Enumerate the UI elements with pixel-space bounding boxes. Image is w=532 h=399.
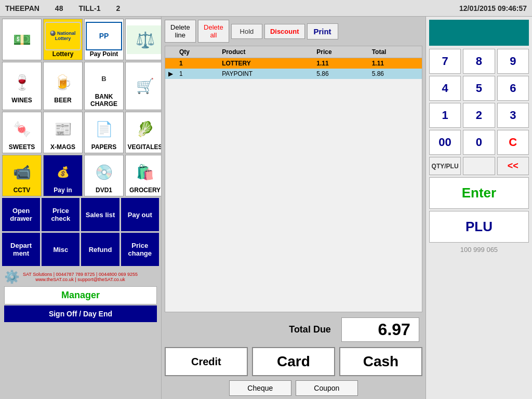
coupon-button[interactable]: Coupon	[296, 380, 358, 396]
scale-icon: ⚖️	[127, 25, 162, 54]
misc-icon-cell[interactable]: 🛒	[125, 62, 162, 110]
num-btn-2[interactable]: 2	[463, 103, 495, 128]
num-btn-9[interactable]: 9	[497, 49, 529, 74]
beer-cell[interactable]: 🍺 BEER	[43, 62, 83, 110]
table-row[interactable]: 1 LOTTERY 1.11 1.11	[165, 58, 422, 69]
hold-button[interactable]: Hold	[231, 24, 262, 39]
lottery-label: Lottery	[52, 50, 74, 58]
transaction-body: 1 LOTTERY 1.11 1.11 ▶ 1 PAYPOINT 5.86 5.…	[165, 58, 422, 79]
top-bar: THEEPAN 48 TILL-1 2 12/01/2015 09:46:57	[0, 0, 532, 17]
bank-charge-label: BANK CHARGE	[86, 93, 122, 108]
scale-cell[interactable]: ⚖️	[125, 19, 162, 60]
refund-button[interactable]: Refund	[81, 233, 119, 266]
wines-cell[interactable]: 🍷 WINES	[2, 62, 42, 110]
cash-icon-cell[interactable]: 💵	[2, 19, 42, 60]
price-change-button[interactable]: Price change	[121, 233, 159, 266]
delete-line-button[interactable]: Delete line	[165, 20, 196, 43]
right-panel: 789456123000C QTY/PLU << Enter PLU 100 9…	[425, 17, 532, 399]
cash-button[interactable]: Cash	[339, 347, 422, 376]
row-total: 1.11	[369, 58, 422, 69]
card-button[interactable]: Card	[252, 347, 335, 376]
row-qty: 1	[176, 58, 219, 69]
department-button[interactable]: Depart ment	[2, 233, 40, 266]
username: THEEPAN	[5, 4, 39, 12]
col-indicator	[165, 46, 176, 58]
num-btn-7[interactable]: 7	[429, 49, 461, 74]
num-btn-00[interactable]: 00	[429, 130, 461, 155]
discount-button[interactable]: Discount	[264, 24, 305, 39]
cheque-button[interactable]: Cheque	[229, 380, 291, 396]
payin-cell[interactable]: 💰 Pay in	[43, 155, 83, 196]
papers-label: PAPERS	[91, 143, 116, 151]
num-btn-8[interactable]: 8	[463, 49, 495, 74]
plu-code: 100 999 065	[429, 245, 529, 255]
row-product: PAYPOINT	[219, 69, 313, 79]
secondary-buttons: Cheque Coupon	[165, 380, 422, 396]
lottery-icon: 🎱 NationalLottery	[45, 22, 81, 50]
left-panel: 💵 🎱 NationalLottery Lottery PP Pay Point…	[0, 17, 162, 399]
plu-button[interactable]: PLU	[429, 211, 529, 243]
xmags-label: X-MAGS	[50, 143, 75, 151]
row-product: LOTTERY	[219, 58, 313, 69]
transaction-table: Qty Product Price Total 1 LOTTERY 1.11 1…	[165, 46, 422, 79]
blank-qty-button	[463, 157, 495, 175]
cctv-label: CCTV	[14, 187, 31, 194]
bank-charge-cell[interactable]: B BANK CHARGE	[84, 62, 124, 110]
cctv-cell[interactable]: 📹 CCTV	[2, 155, 42, 196]
till-id: TILL-1	[78, 4, 100, 12]
num-btn-6[interactable]: 6	[497, 76, 529, 101]
vegitales-cell[interactable]: 🥬 VEGITALES	[125, 112, 162, 153]
back-button[interactable]: <<	[497, 157, 529, 175]
table-header: Qty Product Price Total	[165, 46, 422, 58]
col-price: Price	[313, 46, 368, 58]
num-btn-1[interactable]: 1	[429, 103, 461, 128]
print-button[interactable]: Print	[307, 23, 338, 39]
grocery-label: GROCERY	[129, 187, 161, 194]
payment-buttons: Credit Card Cash	[165, 347, 422, 376]
bottom-left: ⚙️ SAT Solutions | 0044787 789 8725 | 00…	[2, 268, 159, 324]
payin-label: Pay in	[54, 187, 72, 194]
total-label: Total Due	[289, 324, 331, 335]
col-product: Product	[219, 46, 313, 58]
num-btn-5[interactable]: 5	[463, 76, 495, 101]
open-drawer-button[interactable]: Open drawer	[2, 198, 40, 231]
toolbar: Delete line Delete all Hold Discount Pri…	[165, 20, 422, 43]
sweets-cell[interactable]: 🍬 SWEETS	[2, 112, 42, 153]
qty-row: QTY/PLU <<	[429, 157, 529, 175]
xmags-cell[interactable]: 📰 X-MAGS	[43, 112, 83, 153]
paypoint-label: Pay Point	[90, 50, 118, 58]
display-box	[429, 20, 529, 46]
lottery-cell[interactable]: 🎱 NationalLottery Lottery	[43, 19, 83, 60]
dvd1-label: DVD1	[96, 187, 112, 194]
dvd1-cell[interactable]: 💿 DVD1	[84, 155, 124, 196]
row-price: 1.11	[313, 58, 368, 69]
total-value: 6.97	[341, 317, 419, 342]
row-price: 5.86	[313, 69, 368, 79]
paypoint-cell[interactable]: PP Pay Point	[84, 19, 124, 60]
misc-button[interactable]: Misc	[42, 233, 79, 266]
numpad: 789456123000C	[429, 49, 529, 155]
price-check-button[interactable]: Price check	[42, 198, 79, 231]
delete-all-button[interactable]: Delete all	[198, 20, 229, 43]
total-row: Total Due 6.97	[165, 312, 422, 347]
paypoint-icon: PP	[86, 22, 122, 50]
pay-out-button[interactable]: Pay out	[121, 198, 159, 231]
num-btn-0[interactable]: 0	[463, 130, 495, 155]
qty-plu-button[interactable]: QTY/PLU	[429, 157, 461, 175]
grocery-cell[interactable]: 🛍️ GROCERY	[125, 155, 162, 196]
table-row[interactable]: ▶ 1 PAYPOINT 5.86 5.86	[165, 69, 422, 79]
num-btn-4[interactable]: 4	[429, 76, 461, 101]
num-btn-C[interactable]: C	[497, 130, 529, 155]
sales-list-button[interactable]: Sales list	[81, 198, 119, 231]
col-qty: Qty	[176, 46, 219, 58]
vegitales-label: VEGITALES	[127, 143, 161, 151]
col-total: Total	[369, 46, 422, 58]
user-id: 48	[55, 4, 63, 12]
beer-label: BEER	[54, 97, 71, 104]
papers-cell[interactable]: 📄 PAPERS	[84, 112, 124, 153]
manager-button[interactable]: Manager	[4, 286, 157, 304]
num-btn-3[interactable]: 3	[497, 103, 529, 128]
signoff-button[interactable]: Sign Off / Day End	[4, 305, 157, 322]
enter-button[interactable]: Enter	[429, 177, 529, 209]
credit-button[interactable]: Credit	[165, 347, 248, 376]
